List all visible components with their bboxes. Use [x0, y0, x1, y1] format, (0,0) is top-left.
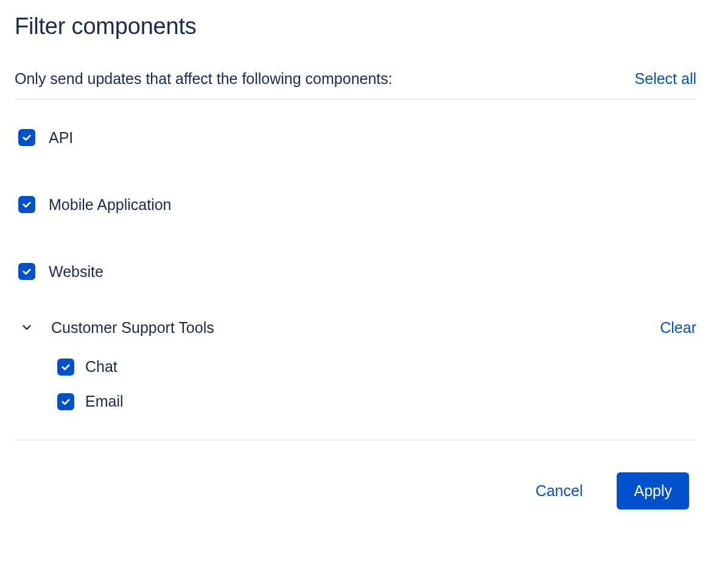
checkbox-website[interactable]	[18, 263, 35, 280]
component-row-website: Website	[15, 250, 696, 293]
check-icon	[21, 132, 32, 143]
check-icon	[21, 266, 32, 277]
component-row-email: Email	[57, 384, 696, 419]
cancel-button[interactable]: Cancel	[519, 472, 600, 509]
checkbox-mobile-application[interactable]	[18, 196, 35, 213]
component-list: API Mobile Application Website Customer …	[15, 100, 696, 441]
component-row-mobile-application: Mobile Application	[15, 183, 696, 226]
chevron-down-icon	[18, 319, 35, 336]
dialog-title: Filter components	[15, 13, 696, 40]
clear-group-link[interactable]: Clear	[660, 319, 696, 337]
subheader-text: Only send updates that affect the follow…	[15, 70, 393, 88]
checkbox-email[interactable]	[57, 393, 74, 410]
dialog-footer: Cancel Apply	[15, 441, 696, 509]
subheader: Only send updates that affect the follow…	[15, 70, 696, 100]
filter-components-dialog: Filter components Only send updates that…	[0, 0, 711, 524]
select-all-link[interactable]: Select all	[635, 70, 696, 88]
component-label: API	[49, 129, 73, 147]
component-label: Website	[49, 263, 103, 281]
apply-button[interactable]: Apply	[617, 472, 689, 509]
component-group-customer-support-tools: Customer Support Tools Clear	[15, 306, 696, 349]
component-group-toggle[interactable]: Customer Support Tools	[18, 319, 214, 337]
component-label: Chat	[85, 358, 117, 376]
check-icon	[60, 362, 71, 373]
check-icon	[21, 199, 32, 210]
component-label: Mobile Application	[49, 196, 172, 214]
component-group-label: Customer Support Tools	[51, 319, 214, 337]
component-label: Email	[85, 393, 124, 410]
component-row-api: API	[15, 116, 696, 159]
component-row-chat: Chat	[57, 349, 696, 384]
checkbox-api[interactable]	[18, 129, 35, 146]
check-icon	[60, 396, 71, 407]
checkbox-chat[interactable]	[57, 359, 74, 376]
component-group-children: Chat Email	[15, 349, 696, 419]
